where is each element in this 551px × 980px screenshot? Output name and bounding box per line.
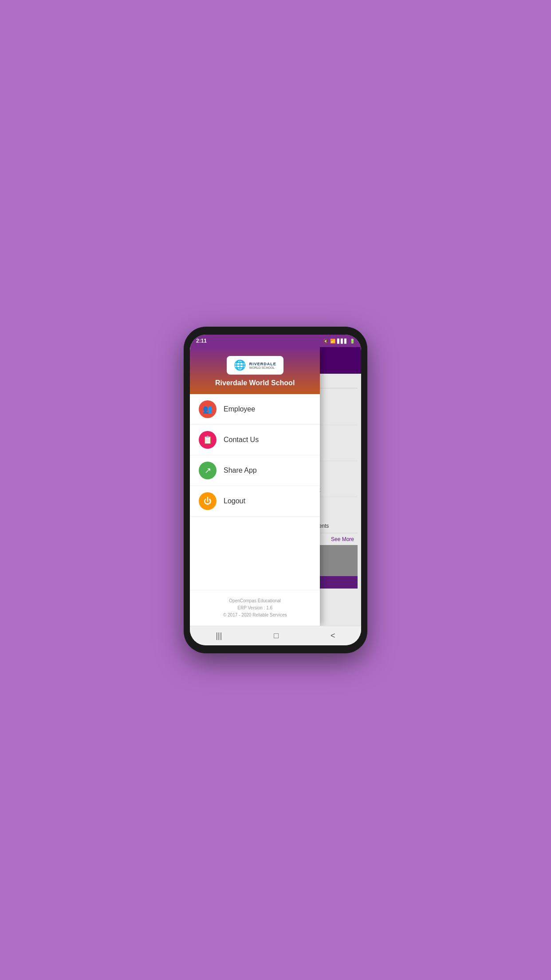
battery-icon: 🔋 xyxy=(350,339,355,344)
logout-icon-circle: ⏻ xyxy=(199,492,216,510)
drawer: 🌐 RIVERDALE WORLD SCHOOL Riverdale World… xyxy=(190,347,320,626)
employee-label: Employee xyxy=(224,405,255,413)
mute-icon: 🔇 xyxy=(323,339,328,344)
footer-line3: © 2017 - 2020 Reliable Services xyxy=(223,612,287,617)
share-icon: ↗ xyxy=(205,466,211,475)
status-icons: 🔇 📶 ▋▋▋ 🔋 xyxy=(323,339,355,344)
main-area: ur words. Once sa 🕐 Class 💬 xyxy=(190,347,361,626)
share-label: Share App xyxy=(224,466,257,474)
employee-icon: 👥 xyxy=(203,404,213,414)
drawer-item-contact[interactable]: 📋 Contact Us xyxy=(190,425,320,455)
recent-apps-button[interactable]: ||| xyxy=(207,628,231,644)
contact-label: Contact Us xyxy=(224,436,259,444)
back-button[interactable]: < xyxy=(322,628,344,644)
contact-icon-circle: 📋 xyxy=(199,431,216,449)
phone-screen: 2:11 🔇 📶 ▋▋▋ 🔋 ur words. Once sa 🕐 xyxy=(190,335,361,645)
drawer-footer: OpenCompas Educational ERP Version : 1.6… xyxy=(190,590,320,626)
bottom-nav: ||| □ < xyxy=(190,626,361,645)
footer-line2: ERP Version : 1.6 xyxy=(237,605,272,610)
status-bar: 2:11 🔇 📶 ▋▋▋ 🔋 xyxy=(190,335,361,347)
logo-title: RIVERDALE xyxy=(249,362,276,366)
drawer-item-employee[interactable]: 👥 Employee xyxy=(190,394,320,425)
school-logo-icon: 🌐 xyxy=(234,360,246,371)
signal-icon: ▋▋▋ xyxy=(337,339,348,344)
drawer-school-name: Riverdale World School xyxy=(215,379,295,387)
drawer-header: 🌐 RIVERDALE WORLD SCHOOL Riverdale World… xyxy=(190,347,320,394)
drawer-item-logout[interactable]: ⏻ Logout xyxy=(190,486,320,517)
drawer-logo-box: 🌐 RIVERDALE WORLD SCHOOL xyxy=(227,356,283,375)
drawer-footer-text: OpenCompas Educational ERP Version : 1.6… xyxy=(197,597,313,619)
drawer-menu: 👥 Employee 📋 Contact Us ↗ xyxy=(190,394,320,590)
logo-text: RIVERDALE WORLD SCHOOL xyxy=(249,362,276,369)
contact-icon: 📋 xyxy=(203,435,213,445)
logout-icon: ⏻ xyxy=(204,497,212,506)
footer-line1: OpenCompas Educational xyxy=(229,598,281,603)
share-icon-circle: ↗ xyxy=(199,462,216,479)
wifi-icon: 📶 xyxy=(330,339,335,344)
logout-label: Logout xyxy=(224,497,245,505)
home-button[interactable]: □ xyxy=(265,628,287,644)
logo-subtitle: WORLD SCHOOL xyxy=(249,366,276,369)
phone-shell: 2:11 🔇 📶 ▋▋▋ 🔋 ur words. Once sa 🕐 xyxy=(184,327,367,653)
drawer-item-share[interactable]: ↗ Share App xyxy=(190,455,320,486)
employee-icon-circle: 👥 xyxy=(199,400,216,418)
status-time: 2:11 xyxy=(196,338,207,344)
